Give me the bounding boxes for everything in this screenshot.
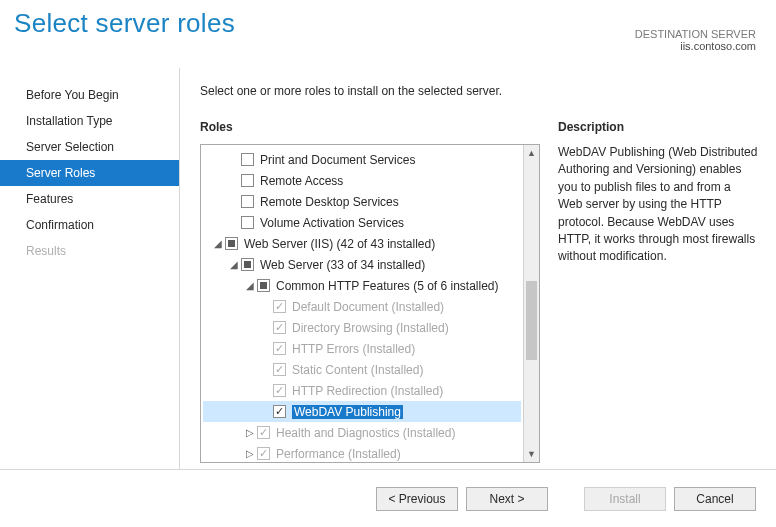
tree-row[interactable]: Default Document (Installed) [203, 296, 521, 317]
install-button[interactable]: Install [584, 487, 666, 511]
footer: < Previous Next > Install Cancel [0, 469, 776, 527]
collapse-icon[interactable]: ◢ [227, 259, 241, 270]
tree-row[interactable]: ▷Performance (Installed) [203, 443, 521, 462]
description-text: WebDAV Publishing (Web Distributed Autho… [558, 144, 758, 266]
tree-label[interactable]: WebDAV Publishing [292, 405, 403, 419]
tree-label[interactable]: HTTP Redirection (Installed) [292, 384, 443, 398]
checkbox [273, 342, 286, 355]
checkbox[interactable] [241, 174, 254, 187]
checkbox [273, 300, 286, 313]
scrollbar[interactable]: ▲ ▼ [523, 145, 539, 462]
tree-row[interactable]: Print and Document Services [203, 149, 521, 170]
tree-row[interactable]: WebDAV Publishing [203, 401, 521, 422]
tree-label[interactable]: Print and Document Services [260, 153, 415, 167]
tree-row[interactable]: Static Content (Installed) [203, 359, 521, 380]
tree-label[interactable]: Health and Diagnostics (Installed) [276, 426, 455, 440]
checkbox [273, 384, 286, 397]
instruction-text: Select one or more roles to install on t… [200, 84, 758, 98]
roles-tree[interactable]: Print and Document ServicesRemote Access… [201, 145, 523, 462]
scroll-up-button[interactable]: ▲ [524, 145, 539, 161]
checkbox[interactable] [241, 258, 254, 271]
tree-label[interactable]: Volume Activation Services [260, 216, 404, 230]
destination-label: DESTINATION SERVER [635, 28, 756, 40]
scroll-track[interactable] [524, 161, 539, 446]
collapse-icon[interactable]: ◢ [243, 280, 257, 291]
description-heading: Description [558, 120, 758, 134]
tree-row[interactable]: Remote Desktop Services [203, 191, 521, 212]
next-button[interactable]: Next > [466, 487, 548, 511]
tree-label[interactable]: Performance (Installed) [276, 447, 401, 461]
tree-row[interactable]: ◢Common HTTP Features (5 of 6 installed) [203, 275, 521, 296]
tree-label[interactable]: Web Server (33 of 34 installed) [260, 258, 425, 272]
checkbox[interactable] [225, 237, 238, 250]
tree-row[interactable]: Directory Browsing (Installed) [203, 317, 521, 338]
tree-label[interactable]: Static Content (Installed) [292, 363, 423, 377]
checkbox [257, 447, 270, 460]
tree-label[interactable]: Directory Browsing (Installed) [292, 321, 449, 335]
tree-row[interactable]: ◢Web Server (33 of 34 installed) [203, 254, 521, 275]
tree-row[interactable]: ▷Health and Diagnostics (Installed) [203, 422, 521, 443]
nav-item-installation-type[interactable]: Installation Type [0, 108, 179, 134]
tree-label[interactable]: Default Document (Installed) [292, 300, 444, 314]
columns: Roles Print and Document ServicesRemote … [200, 120, 758, 463]
checkbox [273, 321, 286, 334]
scroll-down-button[interactable]: ▼ [524, 446, 539, 462]
roles-treebox: Print and Document ServicesRemote Access… [200, 144, 540, 463]
expand-icon[interactable]: ▷ [243, 427, 257, 438]
expand-icon[interactable]: ▷ [243, 448, 257, 459]
destination-block: DESTINATION SERVER iis.contoso.com [635, 28, 756, 52]
cancel-button[interactable]: Cancel [674, 487, 756, 511]
nav-item-server-selection[interactable]: Server Selection [0, 134, 179, 160]
checkbox[interactable] [273, 405, 286, 418]
description-column: Description WebDAV Publishing (Web Distr… [558, 120, 758, 463]
tree-label[interactable]: Web Server (IIS) (42 of 43 installed) [244, 237, 435, 251]
checkbox [273, 363, 286, 376]
tree-row[interactable]: Volume Activation Services [203, 212, 521, 233]
nav-item-features[interactable]: Features [0, 186, 179, 212]
wizard-window: Select server roles DESTINATION SERVER i… [0, 0, 776, 527]
main: Select one or more roles to install on t… [180, 68, 776, 469]
roles-heading: Roles [200, 120, 540, 134]
tree-row[interactable]: HTTP Errors (Installed) [203, 338, 521, 359]
roles-column: Roles Print and Document ServicesRemote … [200, 120, 540, 463]
previous-button[interactable]: < Previous [376, 487, 458, 511]
checkbox [257, 426, 270, 439]
collapse-icon[interactable]: ◢ [211, 238, 225, 249]
checkbox[interactable] [241, 216, 254, 229]
body: Before You BeginInstallation TypeServer … [0, 68, 776, 469]
checkbox[interactable] [241, 195, 254, 208]
tree-row[interactable]: ◢Web Server (IIS) (42 of 43 installed) [203, 233, 521, 254]
tree-label[interactable]: Common HTTP Features (5 of 6 installed) [276, 279, 499, 293]
nav-item-server-roles[interactable]: Server Roles [0, 160, 179, 186]
nav-item-results: Results [0, 238, 179, 264]
tree-label[interactable]: HTTP Errors (Installed) [292, 342, 415, 356]
tree-row[interactable]: Remote Access [203, 170, 521, 191]
checkbox[interactable] [257, 279, 270, 292]
tree-label[interactable]: Remote Access [260, 174, 343, 188]
checkbox[interactable] [241, 153, 254, 166]
tree-label[interactable]: Remote Desktop Services [260, 195, 399, 209]
tree-row[interactable]: HTTP Redirection (Installed) [203, 380, 521, 401]
destination-host: iis.contoso.com [635, 40, 756, 52]
header: Select server roles DESTINATION SERVER i… [0, 0, 776, 68]
nav-item-before-you-begin[interactable]: Before You Begin [0, 82, 179, 108]
scroll-thumb[interactable] [526, 281, 537, 361]
nav-item-confirmation[interactable]: Confirmation [0, 212, 179, 238]
sidebar: Before You BeginInstallation TypeServer … [0, 68, 180, 469]
